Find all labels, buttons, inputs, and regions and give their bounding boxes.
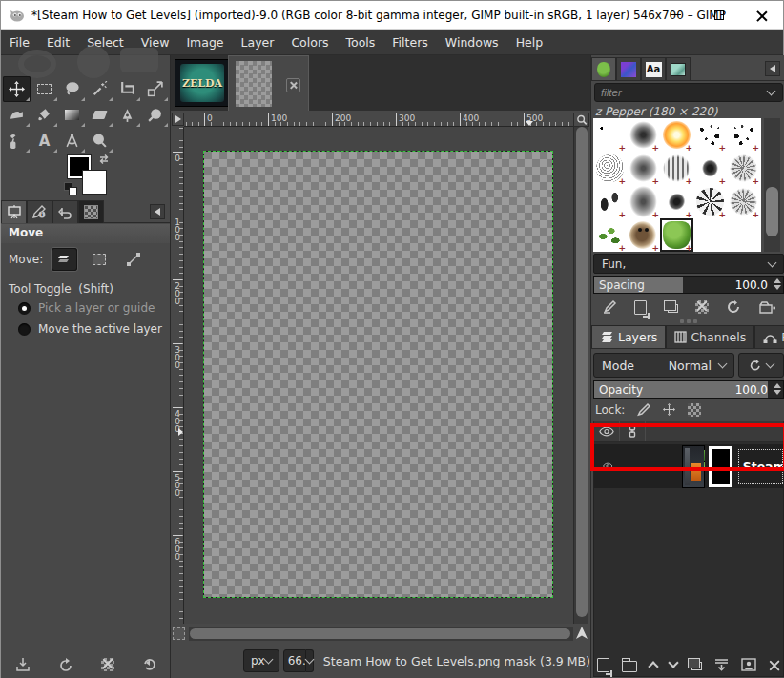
image-tab-zelda[interactable]: ZELDA [175,60,229,106]
menu-help[interactable]: Help [507,35,552,50]
swap-colors-icon[interactable] [97,154,111,165]
brush-thumbnail-speckles[interactable]: + [693,118,727,152]
merge-layer-icon[interactable] [714,658,729,672]
menu-tools[interactable]: Tools [338,35,384,50]
open-brush-as-image-icon[interactable] [759,300,775,315]
brush-thumbnail-sun-glow[interactable]: + [660,118,693,152]
reset-icon[interactable] [142,657,157,672]
brush-thumbnail-speckles[interactable]: + [727,118,760,152]
tab-brushes[interactable] [591,57,616,80]
vertical-scrollbar[interactable] [573,127,588,624]
tool-free-select-button[interactable] [58,76,86,102]
raise-layer-icon[interactable] [648,661,658,671]
brush-thumbnail-streaks[interactable]: + [660,152,693,185]
brush-thumbnail-wilber[interactable]: + [627,218,660,252]
tool-handle-transform-button[interactable] [3,102,31,128]
canvas-viewport[interactable] [184,127,573,624]
tool-rectangle-select-button[interactable] [31,76,58,102]
vertical-ruler[interactable]: 0 100 200 300 400 500 600 [172,127,184,624]
unit-dropdown[interactable]: px [243,649,279,672]
brush-thumbnail-dark-blob[interactable]: + [693,152,727,185]
tab-tool-options[interactable] [1,200,27,223]
duplicate-layer-icon[interactable] [691,662,702,670]
zoom-image-button[interactable] [573,113,589,127]
menu-layer[interactable]: Layer [233,35,283,50]
brush-thumbnail-soft-blob-2[interactable]: + [660,185,693,218]
tool-fuzzy-select-button[interactable] [86,76,113,102]
close-button[interactable] [740,1,783,29]
layer-list[interactable]: Steam Ho [593,442,784,677]
menu-edit[interactable]: Edit [38,35,78,50]
tab-channels[interactable]: Channels [666,325,754,348]
brush-thumbnail-soft-streaks[interactable]: + [627,185,660,218]
image-tab-active[interactable] [228,55,309,111]
tab-patterns[interactable] [616,57,641,80]
tool-dodge-burn-button[interactable] [141,102,169,128]
tool-ink-button[interactable] [3,128,31,154]
lock-alpha-icon[interactable] [688,403,701,417]
zoom-dropdown-button[interactable] [306,649,314,672]
horizontal-scrollbar[interactable] [189,627,573,641]
tab-device-status[interactable]: i [27,200,52,223]
quick-mask-toggle[interactable] [173,627,185,640]
brush-thumbnail-noise[interactable]: + [593,152,627,185]
duplicate-brush-icon[interactable] [668,304,678,313]
tool-airbrush-button[interactable] [113,102,141,128]
new-layer-group-icon[interactable] [622,661,637,672]
zoom-value[interactable]: 66.7 % [283,649,306,672]
brush-filter-input[interactable] [595,87,768,98]
minimize-button[interactable] [654,1,697,29]
canvas-transparent-layer[interactable] [204,152,552,597]
tab-document-history[interactable] [666,57,691,80]
brush-thumbnail-spiky-star[interactable]: + [693,185,727,218]
maximize-button[interactable] [697,1,740,29]
layer-thumbnail[interactable] [683,446,704,487]
tool-unified-transform-button[interactable] [141,76,169,102]
horizontal-ruler[interactable]: 0 100 200 300 400 500 [184,113,573,127]
tool-bucket-fill-button[interactable] [31,102,58,128]
tool-gradient-button[interactable] [58,102,86,128]
brush-scrollbar-thumb[interactable] [766,187,778,236]
restore-preset-icon[interactable] [58,657,73,672]
default-colors-icon[interactable] [64,182,77,195]
tab-layers[interactable]: Layers [591,325,666,348]
move-selection-option[interactable] [86,248,112,271]
radio-pick-layer[interactable]: Pick a layer or guide [18,301,155,315]
navigation-button[interactable] [574,625,589,642]
horizontal-scrollbar-thumb[interactable] [190,628,570,639]
tool-move-button[interactable] [3,76,31,102]
brush-thumbnail-green-pepper-selected[interactable]: + [660,218,693,252]
delete-layer-icon[interactable] [769,660,780,671]
tool-text-button[interactable]: A [31,128,58,154]
move-path-option[interactable] [120,248,146,271]
brush-thumbnail-soft-blob[interactable]: + [627,118,660,152]
tool-measure-button[interactable] [58,128,86,154]
tab-undo-history[interactable] [52,200,78,223]
menu-windows[interactable]: Windows [437,35,507,50]
visibility-column-header[interactable] [594,421,620,441]
lower-layer-icon[interactable] [668,657,678,668]
brush-thumbnail-ink-shapes[interactable]: + [593,185,627,218]
move-layer-option[interactable] [52,248,77,271]
layer-name[interactable]: Steam Ho [738,449,783,484]
layer-visible-eye-icon[interactable] [603,461,612,472]
new-layer-icon[interactable] [597,658,609,672]
layer-row-steam[interactable]: Steam Ho [594,444,783,488]
save-preset-icon[interactable] [15,657,31,672]
add-mask-icon[interactable] [741,658,756,671]
tool-zoom-button[interactable] [86,128,113,154]
link-column-header[interactable] [620,421,646,441]
background-color-swatch[interactable] [83,171,106,194]
spacing-spinner[interactable] [774,278,781,290]
radio-move-active[interactable]: Move the active layer [18,322,162,336]
lock-pixels-icon[interactable] [636,402,650,417]
brush-scrollbar[interactable] [764,118,780,252]
lock-position-icon[interactable] [662,402,676,417]
brush-filter-box[interactable] [594,83,783,102]
brush-group-dropdown[interactable]: Fun, [593,254,784,274]
vertical-scrollbar-thumb[interactable] [576,127,588,617]
brush-thumbnail-green-leaves[interactable]: + [593,218,627,252]
brush-thumbnail-textured-circle[interactable]: + [727,152,760,185]
opacity-slider[interactable]: Opacity 100.0 [593,380,784,399]
brush-thumbnail-fuzzy[interactable]: + [627,152,660,185]
